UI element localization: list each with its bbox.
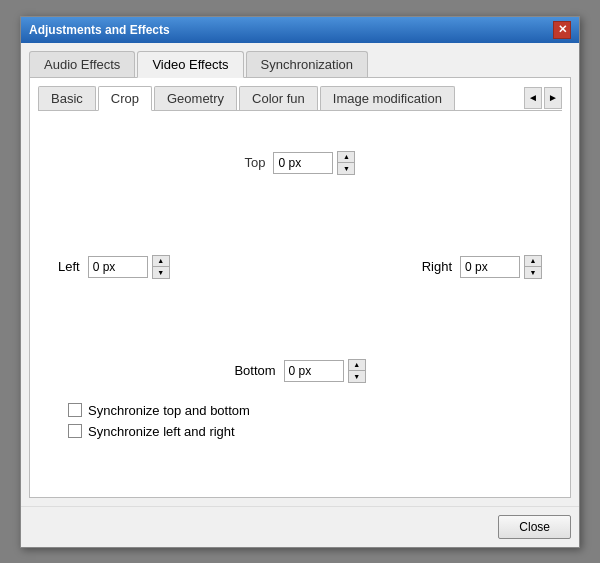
right-label: Right [422,259,452,274]
close-button[interactable]: Close [498,515,571,539]
left-spinner-up[interactable]: ▲ [153,256,169,267]
tab-video-effects[interactable]: Video Effects [137,51,243,78]
subtab-nav: ◄ ► [524,87,562,109]
subtab-basic[interactable]: Basic [38,86,96,110]
sync-left-right-label: Synchronize left and right [88,424,235,439]
sync-top-bottom-checkbox[interactable] [68,403,82,417]
bottom-spinner-buttons: ▲ ▼ [348,359,366,383]
tab-content: Basic Crop Geometry Color fun Image modi… [29,78,571,498]
top-spinner-down[interactable]: ▼ [338,163,354,174]
bottom-row: Bottom ▲ ▼ [58,359,542,383]
top-row: Top ▲ ▼ [58,151,542,175]
subtab-geometry[interactable]: Geometry [154,86,237,110]
left-input[interactable] [88,256,148,278]
checkbox-group: Synchronize top and bottom Synchronize l… [68,403,542,439]
sync-left-right-checkbox[interactable] [68,424,82,438]
left-label: Left [58,259,80,274]
subtab-prev-button[interactable]: ◄ [524,87,542,109]
bottom-spinner-up[interactable]: ▲ [349,360,365,371]
top-input[interactable] [273,152,333,174]
right-group: Right ▲ ▼ [422,255,542,279]
subtab-image-modification[interactable]: Image modification [320,86,455,110]
right-spinner-group: ▲ ▼ [460,255,542,279]
crop-area: Top ▲ ▼ Left [38,121,562,471]
title-close-button[interactable]: ✕ [553,21,571,39]
sub-tabs: Basic Crop Geometry Color fun Image modi… [38,86,562,111]
bottom-spinner-group: ▲ ▼ [284,359,366,383]
sync-top-bottom-checkbox-row[interactable]: Synchronize top and bottom [68,403,542,418]
subtab-next-button[interactable]: ► [544,87,562,109]
window-body: Audio Effects Video Effects Synchronizat… [21,43,579,506]
main-tabs: Audio Effects Video Effects Synchronizat… [29,51,571,78]
title-bar: Adjustments and Effects ✕ [21,17,579,43]
tab-synchronization[interactable]: Synchronization [246,51,369,77]
bottom-spinner-down[interactable]: ▼ [349,371,365,382]
top-spinner-group: ▲ ▼ [273,151,355,175]
top-spinner-buttons: ▲ ▼ [337,151,355,175]
sync-top-bottom-label: Synchronize top and bottom [88,403,250,418]
window-title: Adjustments and Effects [29,23,170,37]
sync-left-right-checkbox-row[interactable]: Synchronize left and right [68,424,542,439]
right-input[interactable] [460,256,520,278]
left-spinner-down[interactable]: ▼ [153,267,169,278]
tab-audio-effects[interactable]: Audio Effects [29,51,135,77]
footer: Close [21,506,579,547]
left-group: Left ▲ ▼ [58,255,170,279]
top-spinner-up[interactable]: ▲ [338,152,354,163]
right-spinner-up[interactable]: ▲ [525,256,541,267]
middle-row: Left ▲ ▼ Right [58,255,542,279]
bottom-input[interactable] [284,360,344,382]
right-spinner-down[interactable]: ▼ [525,267,541,278]
bottom-label: Bottom [234,363,275,378]
right-spinner-buttons: ▲ ▼ [524,255,542,279]
left-spinner-group: ▲ ▼ [88,255,170,279]
subtab-crop[interactable]: Crop [98,86,152,111]
left-spinner-buttons: ▲ ▼ [152,255,170,279]
top-label: Top [245,155,266,170]
subtab-color-fun[interactable]: Color fun [239,86,318,110]
main-window: Adjustments and Effects ✕ Audio Effects … [20,16,580,548]
